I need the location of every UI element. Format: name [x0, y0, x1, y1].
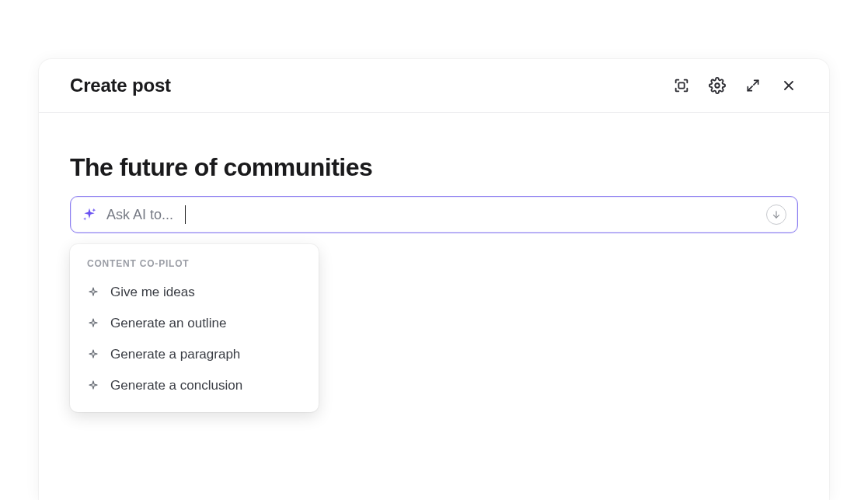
- copilot-item-conclusion[interactable]: Generate a conclusion: [70, 370, 319, 401]
- copilot-item-paragraph[interactable]: Generate a paragraph: [70, 339, 319, 370]
- svg-point-1: [715, 83, 720, 88]
- submit-down-icon[interactable]: [766, 205, 786, 225]
- sparkle-icon: [87, 286, 99, 299]
- post-title[interactable]: The future of communities: [70, 153, 798, 182]
- svg-rect-0: [678, 82, 684, 88]
- copilot-item-label: Generate an outline: [110, 316, 226, 331]
- expand-icon[interactable]: [744, 76, 762, 95]
- ai-input-container[interactable]: [70, 196, 798, 233]
- settings-gear-icon[interactable]: [708, 76, 727, 95]
- create-post-modal: Create post: [39, 59, 829, 500]
- copilot-item-label: Generate a paragraph: [110, 347, 240, 362]
- modal-title: Create post: [70, 75, 171, 96]
- text-cursor: [185, 205, 186, 224]
- sparkle-icon: [87, 348, 99, 361]
- copilot-item-label: Generate a conclusion: [110, 378, 242, 393]
- image-scan-icon[interactable]: [672, 76, 691, 95]
- sparkle-icon: [87, 317, 99, 330]
- close-icon[interactable]: [779, 76, 798, 95]
- copilot-item-ideas[interactable]: Give me ideas: [70, 277, 319, 308]
- ai-prompt-input[interactable]: [106, 207, 766, 223]
- modal-header: Create post: [39, 59, 829, 113]
- copilot-item-label: Give me ideas: [110, 285, 195, 300]
- sparkle-icon: [87, 379, 99, 392]
- copilot-dropdown: CONTENT CO-PILOT Give me ideas: [70, 244, 319, 412]
- copilot-item-outline[interactable]: Generate an outline: [70, 308, 319, 339]
- modal-body: The future of communities: [39, 113, 829, 233]
- copilot-heading: CONTENT CO-PILOT: [70, 258, 319, 277]
- sparkle-icon: [82, 207, 97, 222]
- ai-input-block: CONTENT CO-PILOT Give me ideas: [70, 196, 798, 233]
- header-actions: [672, 76, 798, 95]
